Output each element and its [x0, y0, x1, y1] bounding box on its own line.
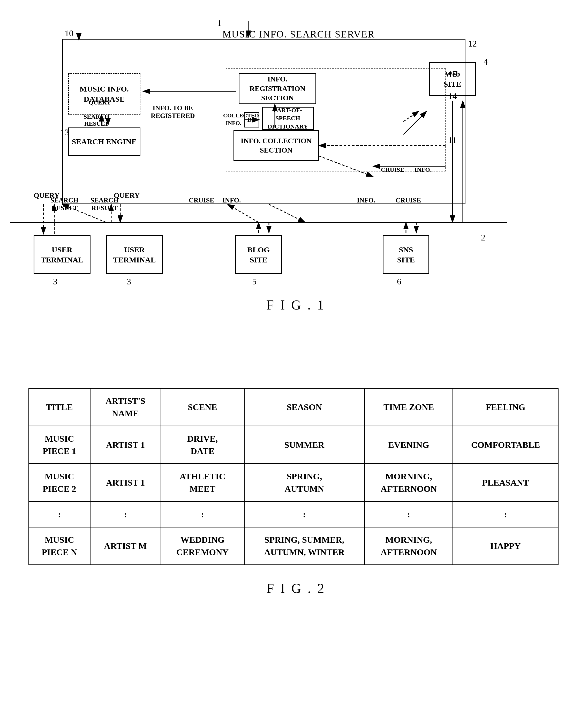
music-info-db-box: MUSIC INFO.DATABASE [68, 73, 140, 115]
server-title: MUSIC INFO. SEARCH SERVER [222, 28, 375, 40]
cell-artist-2: ARTIST 1 [90, 464, 161, 502]
cell-scene-1: DRIVE,DATE [161, 426, 244, 464]
table-row: MUSICPIECE 1 ARTIST 1 DRIVE,DATE SUMMER … [29, 426, 558, 464]
cell-feeling-2: PLEASANT [453, 464, 558, 502]
collected-info-label: COLLECTEDINFO. [223, 112, 244, 127]
table-body: MUSICPIECE 1 ARTIST 1 DRIVE,DATE SUMMER … [29, 426, 558, 565]
info-to-be-registered-label: INFO. TO BEREGISTERED [151, 104, 195, 120]
cell-artist-1: ARTIST 1 [90, 426, 161, 464]
cell-season-1: SUMMER [244, 426, 364, 464]
cell-timezone-dots: : [365, 502, 453, 527]
label-10: 10 [65, 28, 74, 38]
fig2-container: TITLE ARTIST'SNAME SCENE SEASON TIME ZON… [21, 388, 564, 596]
search-result-left: SEARCHRESULT [50, 197, 78, 212]
table-row: MUSICPIECE N ARTIST M WEDDINGCEREMONY SP… [29, 527, 558, 565]
info-collect-box: INFO. COLLECTIONSECTION [233, 130, 319, 161]
blog-site-box: BLOGSITE [235, 235, 282, 274]
query-label-inner: QUERY [89, 99, 111, 106]
info-label-server-right: INFO. [415, 166, 432, 173]
label-12: 12 [468, 39, 477, 48]
user-terminal-2-box: USERTERMINAL [106, 235, 163, 274]
search-result-label-inner: SEARCHRESULT [84, 113, 109, 127]
cell-title-n: MUSICPIECE N [29, 527, 90, 565]
table-header-row: TITLE ARTIST'SNAME SCENE SEASON TIME ZON… [29, 388, 558, 426]
col-header-season: SEASON [244, 388, 364, 426]
cell-feeling-n: HAPPY [453, 527, 558, 565]
fig2-table: TITLE ARTIST'SNAME SCENE SEASON TIME ZON… [28, 388, 559, 565]
label-6: 6 [397, 277, 401, 286]
label-4: 4 [483, 57, 488, 67]
cell-season-2: SPRING,AUTUMN [244, 464, 364, 502]
col-header-timezone: TIME ZONE [365, 388, 453, 426]
server-box: MUSIC INFO.DATABASE 13 SEARCH ENGINE INF… [62, 39, 465, 204]
query-middle: QUERY [114, 191, 140, 200]
col-header-scene: SCENE [161, 388, 244, 426]
search-engine-box: SEARCH ENGINE [68, 127, 140, 156]
label-11: 11 [448, 135, 457, 145]
cell-season-n: SPRING, SUMMER,AUTUMN, WINTER [244, 527, 364, 565]
cell-timezone-1: EVENING [365, 426, 453, 464]
info-bottom-right: INFO. [357, 197, 375, 204]
cell-feeling-dots: : [453, 502, 558, 527]
table-row: MUSICPIECE 2 ARTIST 1 ATHLETICMEET SPRIN… [29, 464, 558, 502]
cell-scene-dots: : [161, 502, 244, 527]
cruise-label-server: CRUISE [381, 166, 404, 173]
info-bottom-center: INFO. [222, 197, 241, 204]
cell-title-1: MUSICPIECE 1 [29, 426, 90, 464]
cell-title-2: MUSICPIECE 2 [29, 464, 90, 502]
cruise-bottom-left: CRUISE [189, 197, 214, 204]
cell-scene-2: ATHLETICMEET [161, 464, 244, 502]
cell-season-dots: : [244, 502, 364, 527]
pos-dict-box: PART-OF-SPEECHDICTIONARY [262, 107, 314, 130]
cell-artist-dots: : [90, 502, 161, 527]
horizontal-separator [10, 222, 507, 223]
sns-site-box: SNSSITE [383, 235, 429, 274]
label-3a: 3 [53, 277, 57, 286]
cell-title-dots: : [29, 502, 90, 527]
fig2-caption: F I G . 2 [28, 581, 564, 596]
svg-line-22 [269, 204, 305, 222]
label-2: 2 [481, 233, 485, 243]
col-header-feeling: FEELING [453, 388, 558, 426]
label-3b: 3 [127, 277, 131, 286]
web-site-box: WebSITE [429, 62, 476, 96]
cell-scene-n: WEDDINGCEREMONY [161, 527, 244, 565]
table-row: : : : : : : [29, 502, 558, 527]
cruise-bottom-right: CRUISE [395, 197, 421, 204]
label-5: 5 [252, 277, 256, 286]
cell-timezone-2: MORNING,AFTERNOON [365, 464, 453, 502]
col-header-artist: ARTIST'SNAME [90, 388, 161, 426]
info-reg-box: INFO. REGISTRATIONSECTION [239, 73, 316, 104]
label-13: 13 [60, 127, 69, 137]
cell-feeling-1: COMFORTABLE [453, 426, 558, 464]
user-terminal-1-box: USERTERMINAL [34, 235, 91, 274]
label-1: 1 [217, 18, 222, 28]
fig1-caption: F I G . 1 [266, 298, 326, 313]
svg-line-21 [228, 204, 259, 222]
fig1-diagram: 1 MUSIC INFO. SEARCH SERVER 10 MUSIC INF… [21, 15, 564, 352]
cell-timezone-n: MORNING,AFTERNOON [365, 527, 453, 565]
cell-artist-n: ARTIST M [90, 527, 161, 565]
col-header-title: TITLE [29, 388, 90, 426]
